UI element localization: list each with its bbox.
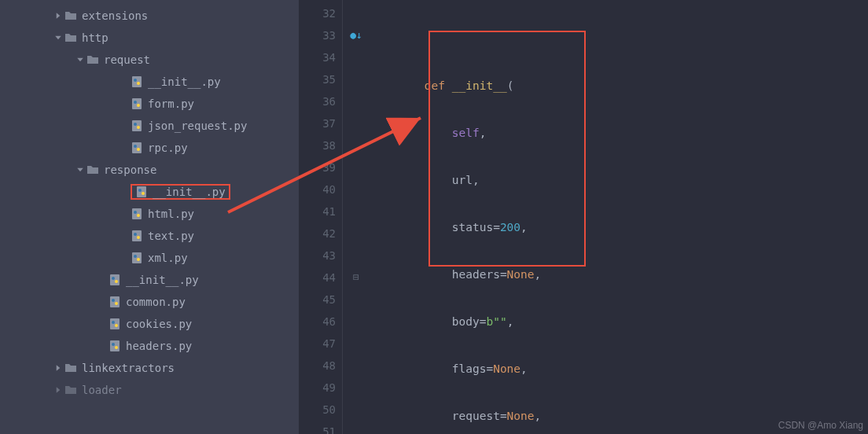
tree-label: json_request.py: [148, 120, 247, 132]
svg-point-4: [134, 101, 137, 104]
line-number: 34: [299, 46, 336, 68]
keyword-def: def: [425, 79, 445, 92]
svg-point-29: [115, 302, 118, 305]
tree-label: rpc.py: [148, 142, 188, 154]
svg-point-7: [134, 123, 137, 126]
tree-item-file[interactable]: html.py: [0, 203, 299, 225]
tree-label: response: [104, 164, 156, 176]
python-file-icon: [131, 252, 143, 264]
svg-rect-21: [132, 252, 142, 263]
svg-rect-15: [132, 208, 142, 219]
tree-item-linkextractors[interactable]: linkextractors: [0, 357, 299, 379]
svg-rect-12: [137, 186, 146, 197]
python-file-icon: [108, 318, 121, 330]
python-file-icon: [131, 97, 143, 110]
svg-point-19: [134, 233, 137, 236]
line-number: 48: [299, 355, 336, 377]
svg-point-25: [112, 277, 115, 280]
folder-icon: [64, 9, 77, 22]
implements-icon[interactable]: ●↓: [350, 24, 362, 46]
svg-point-32: [115, 324, 118, 327]
chevron-down-icon: [75, 55, 85, 64]
tree-item-file[interactable]: json_request.py: [0, 115, 299, 137]
line-number: 43: [299, 245, 336, 267]
line-number: 33: [299, 24, 336, 46]
tree-item-file[interactable]: headers.py: [0, 335, 299, 357]
folder-icon: [64, 384, 77, 396]
tree-label: extensions: [82, 9, 148, 22]
svg-point-17: [137, 214, 140, 217]
svg-point-8: [137, 126, 140, 129]
tree-label: linkextractors: [82, 362, 175, 374]
tree-item-file[interactable]: rpc.py: [0, 137, 299, 159]
svg-point-22: [134, 255, 137, 258]
chevron-down-icon: [75, 165, 85, 175]
svg-point-13: [138, 189, 142, 192]
tree-item-file[interactable]: __init__.py: [0, 269, 299, 291]
svg-point-20: [137, 236, 140, 239]
svg-rect-9: [132, 142, 142, 153]
gutter-annotations: ●↓⊟: [343, 0, 370, 434]
python-file-icon: [131, 142, 143, 154]
python-file-icon: [131, 75, 143, 88]
code-area[interactable]: def __init__( self, url, status=200, hea…: [370, 0, 868, 434]
svg-point-1: [134, 79, 137, 82]
svg-point-2: [137, 82, 140, 85]
svg-point-35: [115, 346, 118, 349]
svg-rect-30: [110, 318, 120, 329]
function-name: __init__: [452, 79, 507, 92]
line-number: 37: [299, 112, 336, 134]
tree-label: headers.py: [126, 340, 192, 352]
python-file-icon: [131, 230, 143, 242]
line-number: 45: [299, 289, 336, 311]
tree-item-file-selected[interactable]: __init__.py: [0, 181, 299, 203]
tree-item-file[interactable]: form.py: [0, 93, 299, 115]
line-number: 42: [299, 223, 336, 245]
tree-item-request[interactable]: request: [0, 49, 299, 71]
folder-icon: [86, 164, 99, 176]
tree-label: __init__.py: [148, 75, 221, 88]
chevron-right-icon: [53, 11, 63, 20]
tree-item-file[interactable]: common.py: [0, 291, 299, 313]
svg-rect-3: [132, 98, 142, 109]
svg-point-14: [142, 192, 145, 195]
tree-item-file[interactable]: xml.py: [0, 247, 299, 269]
tree-item-file[interactable]: __init__.py: [0, 71, 299, 93]
svg-point-16: [134, 211, 137, 214]
code-editor[interactable]: 3233343536373839404142434445464748495051…: [299, 0, 868, 434]
svg-rect-6: [132, 120, 142, 131]
python-file-icon: [135, 186, 148, 198]
line-number: 39: [299, 156, 336, 178]
tree-item-loader[interactable]: loader: [0, 379, 299, 401]
python-file-icon: [108, 274, 121, 286]
collapse-icon[interactable]: ⊟: [353, 267, 359, 289]
tree-label: text.py: [148, 230, 194, 242]
tree-item-extensions[interactable]: extensions: [0, 5, 299, 27]
tree-label: cookies.py: [126, 318, 192, 330]
svg-point-28: [112, 299, 115, 302]
line-number: 50: [299, 399, 336, 421]
watermark: CSDN @Amo Xiang: [778, 420, 863, 431]
tree-label: xml.py: [148, 252, 188, 264]
svg-point-5: [137, 104, 140, 107]
line-number: 36: [299, 90, 336, 112]
tree-item-file[interactable]: cookies.py: [0, 313, 299, 335]
svg-point-31: [112, 321, 115, 324]
line-number: 32: [299, 2, 336, 24]
tree-label: __init__.py: [126, 274, 199, 286]
python-file-icon: [108, 340, 121, 352]
project-tree[interactable]: extensions http request __init__.py form…: [0, 0, 299, 434]
line-number-gutter: 3233343536373839404142434445464748495051: [299, 0, 343, 434]
svg-point-34: [112, 343, 115, 346]
tree-item-response[interactable]: response: [0, 159, 299, 181]
svg-point-11: [137, 148, 140, 151]
tree-label: common.py: [126, 296, 186, 308]
tree-item-http[interactable]: http: [0, 27, 299, 49]
chevron-right-icon: [53, 363, 63, 373]
svg-point-26: [115, 280, 118, 283]
folder-icon: [64, 362, 77, 374]
tree-label: request: [104, 53, 150, 66]
tree-item-file[interactable]: text.py: [0, 225, 299, 247]
python-file-icon: [131, 120, 143, 132]
tree-label: loader: [82, 384, 122, 396]
